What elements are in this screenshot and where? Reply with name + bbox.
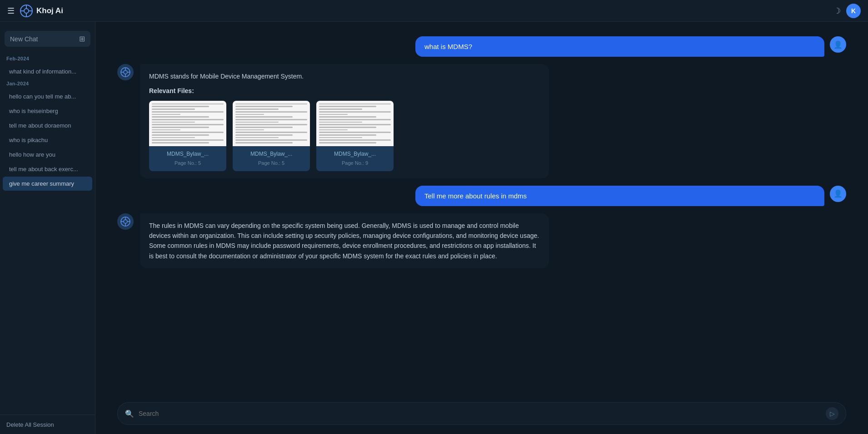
doc-line bbox=[235, 116, 293, 118]
doc-line bbox=[235, 106, 293, 107]
doc-line bbox=[152, 124, 224, 125]
brand: Khoj Ai bbox=[20, 5, 63, 17]
doc-line bbox=[152, 127, 209, 128]
file-page: Page No.: 5 bbox=[154, 159, 222, 168]
sidebar-item-item6[interactable]: hello how are you bbox=[3, 148, 92, 162]
doc-line bbox=[152, 106, 209, 107]
file-thumbnail-inner bbox=[316, 101, 394, 146]
search-bar-area: 🔍 ▷ bbox=[95, 397, 868, 434]
doc-line bbox=[235, 139, 307, 141]
doc-line bbox=[319, 132, 391, 133]
file-thumbnail-inner bbox=[149, 101, 226, 146]
ai-bubble: The rules in MDMS can vary depending on … bbox=[140, 213, 549, 269]
doc-line bbox=[152, 142, 209, 143]
ai-message-row: MDMS stands for Mobile Device Management… bbox=[95, 60, 868, 182]
sidebar-item-item7[interactable]: tell me about back exerc... bbox=[3, 162, 92, 176]
doc-line bbox=[319, 134, 376, 136]
relevant-files-label: Relevant Files: bbox=[149, 86, 540, 96]
doc-line bbox=[319, 137, 362, 138]
topbar-right: ☽ K bbox=[833, 4, 861, 18]
doc-line bbox=[152, 119, 224, 120]
doc-line bbox=[152, 104, 224, 105]
file-thumbnail bbox=[149, 101, 226, 146]
file-page: Page No.: 9 bbox=[321, 159, 389, 168]
doc-line bbox=[152, 134, 209, 136]
doc-line bbox=[319, 142, 376, 143]
search-input[interactable] bbox=[139, 410, 821, 417]
file-thumbnail-inner bbox=[233, 101, 310, 146]
file-thumbnail bbox=[316, 101, 394, 146]
file-name: MDMS_Bylaw_... bbox=[237, 150, 305, 158]
doc-line bbox=[152, 111, 224, 113]
ai-message-row: The rules in MDMS can vary depending on … bbox=[95, 210, 868, 272]
file-cards: MDMS_Bylaw_... Page No.: 5 MDMS_Bylaw_..… bbox=[149, 101, 540, 171]
doc-line bbox=[319, 119, 391, 120]
svg-point-1 bbox=[24, 9, 29, 13]
doc-line bbox=[152, 108, 195, 110]
send-button[interactable]: ▷ bbox=[826, 407, 838, 420]
file-thumbnail bbox=[233, 101, 310, 146]
sidebar-item-item3[interactable]: who is heiseinberg bbox=[3, 104, 92, 118]
grid-icon: ⊞ bbox=[79, 35, 85, 43]
sidebar-sections: Feb-2024what kind of information...Jan-2… bbox=[0, 54, 95, 191]
moon-icon[interactable]: ☽ bbox=[833, 6, 841, 16]
doc-line bbox=[152, 122, 195, 123]
main-content: what is MDMS? 👤 MDMS stands for Mobile D… bbox=[95, 0, 868, 434]
doc-line bbox=[152, 116, 209, 118]
doc-line bbox=[152, 139, 224, 141]
hamburger-icon[interactable]: ☰ bbox=[7, 6, 15, 16]
ai-text: The rules in MDMS can vary depending on … bbox=[149, 222, 539, 260]
file-info: MDMS_Bylaw_... Page No.: 5 bbox=[149, 146, 226, 171]
sidebar-item-item8[interactable]: give me career summary bbox=[3, 177, 92, 191]
file-card[interactable]: MDMS_Bylaw_... Page No.: 5 bbox=[149, 101, 226, 171]
file-page: Page No.: 5 bbox=[237, 159, 305, 168]
user-avatar-chat: 👤 bbox=[830, 186, 846, 202]
doc-line bbox=[235, 119, 307, 120]
sidebar-section-label: Feb-2024 bbox=[0, 54, 95, 64]
search-icon: 🔍 bbox=[125, 409, 134, 418]
sidebar-item-item2[interactable]: hello can you tell me ab... bbox=[3, 89, 92, 104]
file-card[interactable]: MDMS_Bylaw_... Page No.: 5 bbox=[233, 101, 310, 171]
user-message-row: Tell me more about rules in mdms 👤 bbox=[95, 182, 868, 210]
user-bubble: Tell me more about rules in mdms bbox=[415, 186, 824, 206]
doc-line bbox=[152, 137, 195, 138]
sidebar-scroll-area: New Chat ⊞ Feb-2024what kind of informat… bbox=[0, 22, 95, 414]
doc-line bbox=[235, 108, 279, 110]
doc-line bbox=[235, 137, 279, 138]
new-chat-label: New Chat bbox=[10, 35, 38, 43]
ai-avatar bbox=[117, 213, 134, 230]
sidebar: New Chat ⊞ Feb-2024what kind of informat… bbox=[0, 0, 95, 434]
doc-line bbox=[235, 111, 307, 113]
sidebar-footer: Delete All Session bbox=[0, 414, 95, 434]
sidebar-item-item5[interactable]: who is pikachu bbox=[3, 133, 92, 147]
doc-line bbox=[319, 124, 391, 125]
doc-line bbox=[235, 134, 293, 136]
doc-line bbox=[319, 111, 391, 113]
doc-line bbox=[152, 129, 180, 131]
svg-point-7 bbox=[124, 70, 127, 74]
ai-avatar bbox=[117, 64, 134, 80]
user-bubble: what is MDMS? bbox=[415, 36, 824, 57]
file-name: MDMS_Bylaw_... bbox=[154, 150, 222, 158]
sidebar-item-item1[interactable]: what kind of information... bbox=[3, 64, 92, 79]
khoj-logo-icon bbox=[120, 217, 130, 227]
doc-line bbox=[235, 122, 279, 123]
brand-name: Khoj Ai bbox=[36, 6, 63, 15]
doc-line bbox=[319, 129, 348, 131]
sidebar-item-item4[interactable]: tell me about doraemon bbox=[3, 118, 92, 133]
topbar-left: ☰ Khoj Ai bbox=[7, 5, 63, 17]
doc-line bbox=[235, 129, 264, 131]
file-card[interactable]: MDMS_Bylaw_... Page No.: 9 bbox=[316, 101, 394, 171]
doc-line bbox=[319, 114, 348, 115]
file-info: MDMS_Bylaw_... Page No.: 5 bbox=[233, 146, 310, 171]
new-chat-button[interactable]: New Chat ⊞ bbox=[5, 31, 90, 47]
doc-line bbox=[235, 142, 293, 143]
doc-line bbox=[235, 104, 307, 105]
doc-line bbox=[319, 106, 376, 107]
delete-session-button[interactable]: Delete All Session bbox=[6, 421, 54, 428]
topbar: ☰ Khoj Ai ☽ K bbox=[0, 0, 868, 22]
user-avatar-chat: 👤 bbox=[830, 36, 846, 53]
doc-line bbox=[152, 132, 224, 133]
user-avatar-topbar[interactable]: K bbox=[846, 4, 861, 18]
chat-area: what is MDMS? 👤 MDMS stands for Mobile D… bbox=[95, 22, 868, 397]
